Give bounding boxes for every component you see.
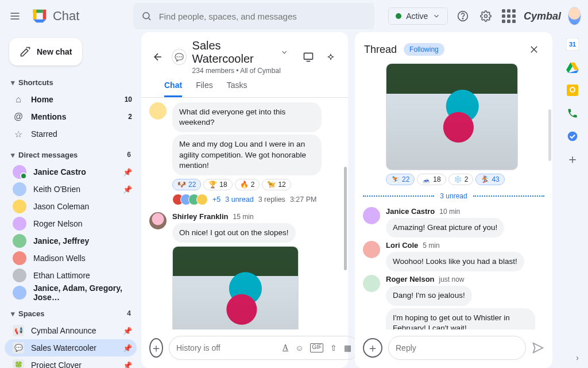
image-attachment[interactable] <box>172 246 299 329</box>
dm-section-toggle[interactable]: ▾ Direct messages 6 <box>5 146 137 163</box>
reply-composer[interactable] <box>388 336 526 360</box>
space-icon: 💬 <box>13 342 24 354</box>
chevron-down-icon: ▾ <box>7 309 18 318</box>
dm-item[interactable]: Janice, Jeffrey <box>5 232 137 250</box>
scrollbar[interactable] <box>344 167 347 270</box>
back-button[interactable] <box>149 48 166 66</box>
presence-label: Active <box>406 12 428 21</box>
avatar <box>13 182 26 196</box>
reaction-chip[interactable]: ❄️2 <box>448 174 474 185</box>
new-chat-button[interactable]: New chat <box>9 38 82 66</box>
pin-icon: 📌 <box>123 185 132 194</box>
conversation-title: Sales Watercooler <box>192 39 277 66</box>
sidebar: New chat ▾ Shortcuts ⌂ Home 10 @ Mention… <box>0 32 141 368</box>
collapse-rail-button[interactable]: › <box>576 353 579 362</box>
thread-panel: Thread Following ⛷️22🗻18❄️2🏂43 3 unread … <box>355 32 552 368</box>
add-attachment-button[interactable]: ＋ <box>363 338 382 358</box>
reaction-chip[interactable]: 🔥2 <box>235 179 260 190</box>
top-bar: Chat Active Cymbal <box>0 0 588 32</box>
search-input[interactable] <box>159 12 367 21</box>
close-thread-button[interactable] <box>525 40 543 59</box>
account-avatar[interactable] <box>568 7 581 25</box>
thread-replies: 3 replies <box>258 195 285 204</box>
spaces-count: 4 <box>127 309 131 317</box>
calendar-app-icon[interactable]: 31 <box>566 38 579 51</box>
dm-item[interactable]: Janice Castro📌 <box>5 163 137 181</box>
nav-mentions[interactable]: @ Mentions 2 <box>5 108 137 125</box>
gif-icon[interactable]: GIF <box>310 343 323 352</box>
drive-app-icon[interactable] <box>566 61 579 74</box>
nav-starred[interactable]: ☆ Starred <box>5 125 137 143</box>
video-icon[interactable]: ▦ <box>344 343 351 352</box>
presence-selector[interactable]: Active <box>388 7 448 25</box>
tasks-app-icon[interactable] <box>566 130 579 143</box>
chevron-down-icon[interactable] <box>280 48 288 57</box>
at-icon: @ <box>13 111 24 122</box>
app-logo[interactable]: Chat <box>30 6 79 26</box>
dm-item[interactable]: Jason Coleman <box>5 198 137 215</box>
space-icon: 🍀 <box>13 359 24 368</box>
search-box[interactable] <box>133 3 374 29</box>
help-button[interactable] <box>455 5 471 28</box>
dm-item[interactable]: Roger Nelson <box>5 215 137 232</box>
thread-unread-link[interactable]: 3 unread <box>225 195 253 204</box>
nav-home[interactable]: ⌂ Home 10 <box>5 91 137 108</box>
space-item[interactable]: 💬Sales Watercooler📌 <box>5 339 137 356</box>
send-button[interactable] <box>532 342 544 354</box>
svg-marker-13 <box>533 343 543 353</box>
thread-reply: Roger Nelsonjust nowDang! I'm so jealous… <box>363 275 544 329</box>
svg-point-7 <box>485 15 488 18</box>
reaction-chip[interactable]: 🏂43 <box>475 174 504 185</box>
summarize-button[interactable] <box>322 48 339 66</box>
reaction-chip[interactable]: ⛷️22 <box>386 174 415 185</box>
message-bubble: Dang! I'm so jealous! <box>386 286 472 305</box>
following-pill[interactable]: Following <box>404 43 444 56</box>
emoji-icon[interactable]: ☺ <box>295 343 303 352</box>
settings-button[interactable] <box>478 5 494 28</box>
message-bubble: Woohoo! Looks like you had a blast! <box>386 252 524 271</box>
apps-grid-icon <box>502 9 516 23</box>
space-item[interactable]: 🍀Project Clover📌 <box>5 356 137 368</box>
tab-files[interactable]: Files <box>196 80 213 97</box>
apps-launcher-button[interactable] <box>501 5 517 28</box>
image-attachment[interactable] <box>386 63 518 170</box>
message-bubble: I'm hoping to get out to Whistler in Feb… <box>386 308 535 329</box>
thread-reply: Janice Castro10 minAmazing! Great pictur… <box>363 207 544 237</box>
dm-title: Direct messages <box>18 151 78 159</box>
dm-item[interactable]: Janice, Adam, Gregory, Jose… <box>5 284 137 301</box>
reaction-chip[interactable]: 🐶22 <box>172 179 201 190</box>
present-button[interactable] <box>300 48 316 66</box>
main-menu-button[interactable] <box>7 5 23 28</box>
message-input[interactable] <box>176 343 277 352</box>
reply-input[interactable] <box>396 343 519 352</box>
dm-item[interactable]: Ethan Lattimore <box>5 267 137 284</box>
dm-item[interactable]: Madison Wells <box>5 250 137 267</box>
pin-icon: 📌 <box>123 344 132 352</box>
tab-chat[interactable]: Chat <box>164 80 182 97</box>
upload-icon[interactable]: ⇧ <box>330 343 337 352</box>
home-icon: ⌂ <box>13 94 24 105</box>
conversation-tabs: Chat Files Tasks <box>141 75 348 98</box>
conversation-panel: 💬 Sales Watercooler 234 members • All of… <box>141 32 348 368</box>
close-icon <box>529 44 539 55</box>
space-name: Sales Watercooler <box>31 343 96 352</box>
reaction-chip[interactable]: 🏆18 <box>203 179 232 190</box>
scrollbar[interactable] <box>548 109 551 161</box>
reaction-chip[interactable]: 🦮12 <box>262 179 291 190</box>
tab-tasks[interactable]: Tasks <box>227 80 247 97</box>
add-app-icon[interactable]: ＋ <box>566 153 579 166</box>
add-attachment-button[interactable]: ＋ <box>149 338 163 358</box>
format-icon[interactable]: A <box>283 343 288 352</box>
message-composer[interactable]: A ☺ GIF ⇧ ▦ <box>169 336 359 360</box>
voice-app-icon[interactable] <box>566 107 579 120</box>
reply-avatars <box>172 194 208 205</box>
message-time: 10 min <box>439 208 460 216</box>
more-repliers[interactable]: +5 <box>212 195 220 204</box>
space-item[interactable]: 📢Cymbal Announce📌 <box>5 322 137 339</box>
reaction-chip[interactable]: 🗻18 <box>417 174 446 185</box>
spaces-section-toggle[interactable]: ▾ Spaces 4 <box>5 305 137 322</box>
message-bubble: What did everyone get into this weekend? <box>172 102 322 132</box>
shortcuts-section-toggle[interactable]: ▾ Shortcuts <box>5 74 137 91</box>
keep-app-icon[interactable] <box>566 84 579 97</box>
dm-item[interactable]: Keith O'Brien📌 <box>5 181 137 198</box>
